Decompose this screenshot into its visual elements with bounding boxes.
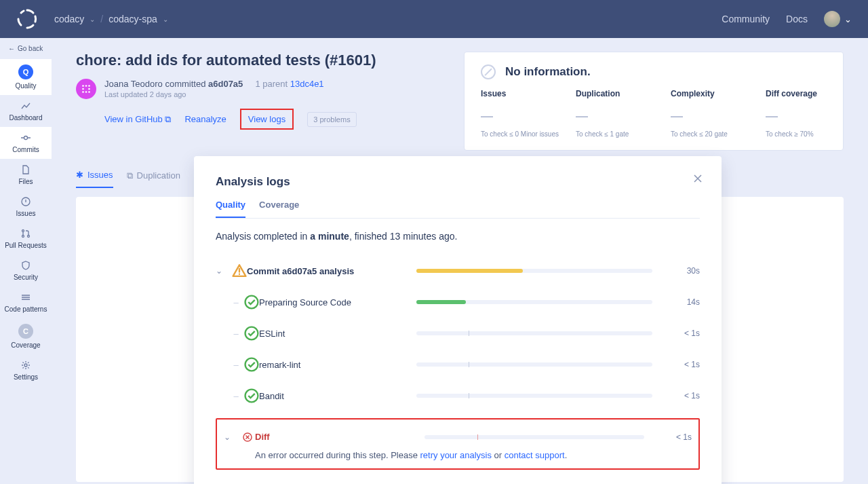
files-icon — [20, 164, 31, 175]
metric-issues: Issues — To check ≤ 0 Minor issues — [481, 89, 549, 138]
duplication-icon: ⧉ — [127, 170, 133, 181]
log-bar — [416, 394, 652, 398]
parent-commit-link[interactable]: 13dc4e1 — [290, 79, 324, 89]
user-menu[interactable]: ⌄ — [824, 11, 852, 27]
go-back-link[interactable]: ←Go back — [0, 38, 52, 59]
success-icon — [244, 388, 259, 403]
log-label: remark-lint — [259, 360, 403, 370]
modal-tab-coverage[interactable]: Coverage — [259, 200, 299, 218]
svg-point-13 — [88, 91, 90, 93]
sidebar-item-files[interactable]: Files — [0, 159, 52, 191]
metric-duplication: Duplication — To check ≤ 1 gate — [576, 89, 644, 138]
sidebar-item-dashboard[interactable]: Dashboard — [0, 95, 52, 127]
success-icon — [244, 295, 259, 310]
breadcrumb: codacy ⌄ / codacy-spa ⌄ — [54, 14, 168, 24]
log-time: < 1s — [666, 360, 700, 369]
log-row-prep: –Preparing Source Code14s — [216, 286, 700, 318]
commit-meta-line: Joana Teodoro committed a6d07a5 1 parent… — [104, 79, 324, 89]
analysis-logs-modal: Analysis logs Quality Coverage Analysis … — [194, 156, 722, 484]
sidebar-item-security[interactable]: Security — [0, 255, 52, 286]
quality-badge-icon: Q — [18, 64, 33, 79]
last-updated: Last updated 2 days ago — [104, 90, 324, 98]
log-time: < 1s — [666, 391, 700, 401]
analysis-summary: Analysis completed in a minute, finished… — [216, 231, 700, 242]
docs-link[interactable]: Docs — [786, 14, 808, 24]
svg-point-12 — [85, 91, 87, 93]
svg-point-3 — [22, 236, 24, 238]
view-github-link[interactable]: View in GitHub ⧉ — [104, 114, 171, 125]
error-message: An error occurred during this step. Plea… — [224, 450, 692, 464]
info-title: No information. — [505, 65, 591, 79]
sidebar-item-quality[interactable]: Q Quality — [0, 59, 52, 95]
blocked-icon — [481, 64, 496, 79]
log-time: < 1s — [658, 432, 692, 442]
codacy-logo[interactable] — [16, 8, 38, 30]
dash-icon: – — [228, 360, 244, 370]
reanalyze-link[interactable]: Reanalyze — [184, 114, 226, 124]
chevron-down-icon: ⌄ — [844, 14, 852, 24]
contact-support-link[interactable]: contact support — [505, 450, 565, 460]
chevron-down-icon[interactable]: ⌄ — [90, 16, 95, 23]
svg-point-10 — [88, 88, 90, 90]
svg-point-7 — [85, 85, 87, 87]
chevron-down-icon[interactable]: ⌄ — [216, 266, 232, 276]
sidebar-item-code-patterns[interactable]: Code patterns — [0, 286, 52, 318]
retry-analysis-link[interactable]: retry your analysis — [420, 450, 492, 460]
metric-diff-coverage: Diff coverage — To check ≥ 70% — [766, 89, 833, 138]
log-bar — [425, 435, 644, 439]
external-link-icon: ⧉ — [165, 114, 171, 124]
patterns-icon — [20, 292, 31, 303]
avatar — [824, 11, 840, 27]
sidebar-item-pull-requests[interactable]: Pull Requests — [0, 223, 52, 255]
view-logs-link[interactable]: View logs — [248, 114, 285, 124]
log-row-commit: ⌄Commit a6d07a5 analysis30s — [216, 255, 700, 286]
close-icon[interactable] — [693, 174, 703, 185]
log-label: Commit a6d07a5 analysis — [247, 266, 403, 276]
shield-icon — [20, 260, 31, 271]
commits-icon — [20, 132, 31, 143]
sidebar-item-settings[interactable]: Settings — [0, 354, 52, 386]
breadcrumb-org[interactable]: codacy — [54, 14, 84, 24]
log-time: 14s — [666, 297, 700, 307]
modal-tab-quality[interactable]: Quality — [216, 200, 245, 218]
log-label: ESLint — [259, 329, 403, 339]
warning-icon — [232, 263, 247, 278]
info-card: No information. Issues — To check ≤ 0 Mi… — [464, 52, 844, 151]
dash-icon: – — [228, 391, 244, 401]
log-bar — [416, 331, 652, 335]
chevron-down-icon[interactable]: ⌄ — [224, 432, 240, 442]
svg-point-9 — [82, 88, 84, 90]
chevron-down-icon[interactable]: ⌄ — [163, 16, 168, 23]
breadcrumb-project[interactable]: codacy-spa — [108, 14, 157, 24]
log-row-bandit: –Bandit< 1s — [216, 380, 700, 411]
svg-point-0 — [24, 136, 28, 140]
gear-icon — [20, 360, 31, 371]
log-row-remark: –remark-lint< 1s — [216, 349, 700, 380]
log-time: < 1s — [666, 329, 700, 338]
dash-icon: – — [228, 297, 244, 308]
log-time: 30s — [666, 266, 700, 276]
modal-title: Analysis logs — [216, 175, 700, 189]
community-link[interactable]: Community — [722, 14, 770, 24]
svg-point-11 — [82, 91, 84, 93]
sidebar-item-coverage[interactable]: C Coverage — [0, 318, 52, 354]
error-icon — [240, 432, 255, 442]
dash-icon: – — [228, 329, 244, 339]
sidebar: ←Go back Q Quality Dashboard Commits Fil… — [0, 38, 52, 484]
log-label: Bandit — [259, 391, 403, 401]
coverage-badge-icon: C — [18, 324, 33, 339]
error-block: ⌄ Diff < 1s An error occurred during thi… — [216, 418, 700, 470]
sidebar-item-commits[interactable]: Commits — [0, 127, 52, 159]
success-icon — [244, 357, 259, 372]
tab-issues[interactable]: ✱ Issues — [76, 170, 113, 188]
log-label-diff: Diff — [255, 432, 411, 442]
svg-point-4 — [28, 236, 30, 238]
log-row-eslint: –ESLint< 1s — [216, 318, 700, 349]
svg-point-5 — [24, 364, 27, 367]
sidebar-item-issues[interactable]: Issues — [0, 191, 52, 223]
log-bar — [416, 300, 652, 304]
tab-duplication[interactable]: ⧉ Duplication — [127, 170, 180, 188]
page-title: chore: add ids for automated tests (#160… — [76, 52, 448, 69]
dashboard-icon — [20, 100, 31, 111]
issues-icon — [20, 196, 31, 207]
